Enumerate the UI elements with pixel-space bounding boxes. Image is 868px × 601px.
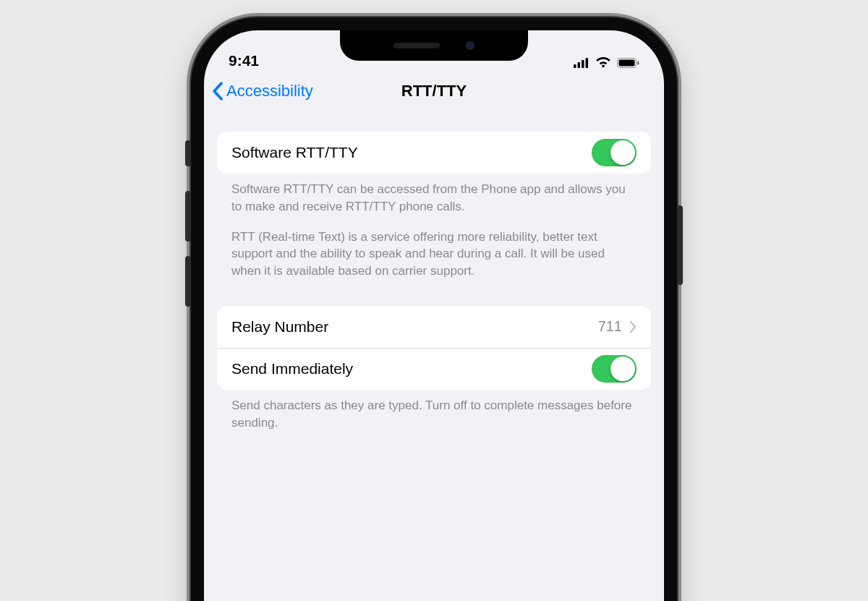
volume-up-button xyxy=(185,191,191,242)
svg-rect-1 xyxy=(578,62,581,68)
footer-text: Software RTT/TTY can be accessed from th… xyxy=(231,181,637,216)
speaker-grille xyxy=(393,43,440,48)
side-button xyxy=(677,205,683,285)
footer-text: Send characters as they are typed. Turn … xyxy=(231,397,637,432)
row-label: Relay Number xyxy=(231,318,598,336)
footer-send-immediately: Send characters as they are typed. Turn … xyxy=(217,390,651,432)
row-software-rtt[interactable]: Software RTT/TTY xyxy=(217,132,651,174)
group-software-rtt: Software RTT/TTY xyxy=(217,132,651,174)
cellular-icon xyxy=(574,58,590,68)
group-relay: Relay Number 711 Send Immediately xyxy=(217,306,651,390)
screen: 9:41 xyxy=(204,30,664,601)
footer-software-rtt: Software RTT/TTY can be accessed from th… xyxy=(217,174,651,280)
chevron-left-icon xyxy=(211,82,224,101)
front-camera xyxy=(466,41,475,50)
toggle-send-immediately[interactable] xyxy=(592,355,637,383)
toggle-software-rtt[interactable] xyxy=(592,139,637,166)
nav-bar: Accessibility RTT/TTY xyxy=(204,71,664,111)
wifi-icon xyxy=(595,57,611,68)
svg-rect-5 xyxy=(619,60,635,67)
row-label: Software RTT/TTY xyxy=(231,144,592,161)
chevron-right-icon xyxy=(629,320,637,333)
back-button[interactable]: Accessibility xyxy=(211,82,313,101)
iphone-frame: 9:41 xyxy=(191,17,677,601)
footer-text: RTT (Real-time Text) is a service offeri… xyxy=(231,229,637,280)
svg-rect-6 xyxy=(637,61,639,65)
row-label: Send Immediately xyxy=(231,360,592,378)
row-relay-number[interactable]: Relay Number 711 xyxy=(217,306,651,348)
mute-switch xyxy=(185,140,191,166)
volume-down-button xyxy=(185,256,191,307)
notch xyxy=(340,30,528,61)
svg-rect-3 xyxy=(586,58,589,68)
battery-icon xyxy=(617,58,639,68)
row-send-immediately[interactable]: Send Immediately xyxy=(217,348,651,390)
row-value: 711 xyxy=(598,318,622,335)
svg-rect-2 xyxy=(582,60,584,68)
settings-content: Software RTT/TTY Software RTT/TTY can be… xyxy=(204,111,664,432)
svg-rect-0 xyxy=(574,64,576,68)
status-time: 9:41 xyxy=(229,52,259,69)
back-label: Accessibility xyxy=(226,82,313,101)
